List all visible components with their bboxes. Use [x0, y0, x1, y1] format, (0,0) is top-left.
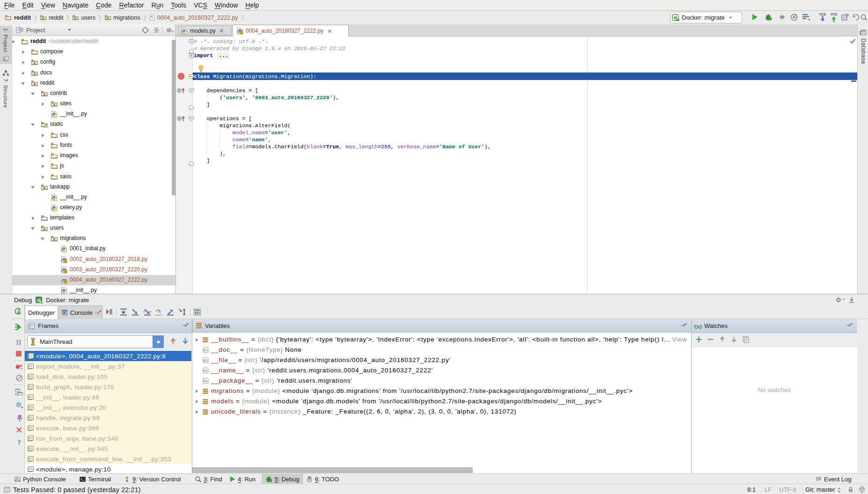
svg-text:VCS: VCS [831, 13, 838, 16]
svg-text:?: ? [17, 439, 21, 446]
svg-text:dj: dj [674, 15, 678, 20]
svg-text:dj: dj [37, 298, 41, 303]
svg-text:VCS: VCS [819, 13, 826, 16]
